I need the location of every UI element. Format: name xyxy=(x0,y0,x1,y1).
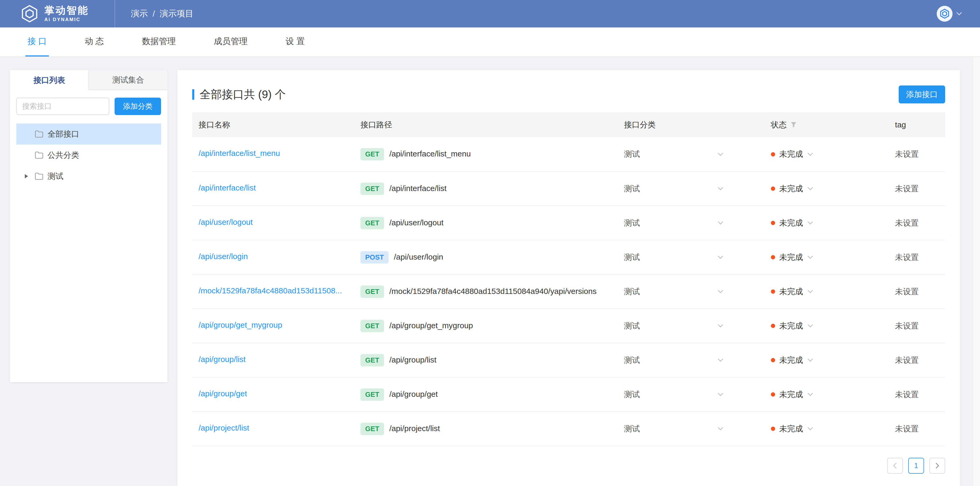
interface-name-link[interactable]: /api/user/logout xyxy=(199,218,253,227)
chevron-down-icon[interactable] xyxy=(718,427,723,430)
method-badge: GET xyxy=(360,354,384,367)
status-cell: 未完成 xyxy=(765,137,889,172)
col-interface-category: 接口分类 xyxy=(617,113,764,137)
brand-logo[interactable]: 掌动智能 Ai DYNAMIC xyxy=(0,0,115,27)
interface-name-link[interactable]: /mock/1529fa78fa4c4880ad153d11508... xyxy=(199,286,342,295)
filter-icon[interactable] xyxy=(791,122,797,128)
tree-item-all-interfaces[interactable]: 全部接口 xyxy=(16,124,161,145)
chevron-down-icon[interactable] xyxy=(807,358,813,362)
interface-name-link[interactable]: /api/project/list xyxy=(199,424,249,432)
status-dot xyxy=(771,358,775,362)
tab-test-collection[interactable]: 测试集合 xyxy=(88,70,167,90)
name-cell: /api/interface/list_menu xyxy=(192,137,354,172)
sidebar: 接口列表 测试集合 添加分类 全部接口 xyxy=(10,70,167,382)
tab-activity[interactable]: 动 态 xyxy=(83,27,106,56)
chevron-down-icon[interactable] xyxy=(718,221,723,225)
title-row: 全部接口共 (9) 个 添加接口 xyxy=(192,84,945,105)
chevron-down-icon[interactable] xyxy=(807,256,813,259)
avatar[interactable] xyxy=(937,6,953,22)
search-input[interactable] xyxy=(16,98,109,115)
add-category-button[interactable]: 添加分类 xyxy=(115,98,161,115)
tag-cell: 未设置 xyxy=(889,137,945,172)
path-cell: GET/api/group/get_mygroup xyxy=(354,309,617,343)
interface-path: /api/group/get_mygroup xyxy=(390,321,473,330)
title-accent-bar xyxy=(192,89,194,100)
status-cell: 未完成 xyxy=(765,309,889,343)
status-value: 未完成 xyxy=(780,252,803,263)
app: 掌动智能 Ai DYNAMIC 演示 / 演示项目 接 口 动 态 数据管理 xyxy=(0,0,980,486)
expand-caret-icon[interactable] xyxy=(22,174,30,179)
table-row: /api/interface/list_menu GET/api/interfa… xyxy=(192,137,945,172)
name-cell: /mock/1529fa78fa4c4880ad153d11508... xyxy=(192,275,354,309)
tag-value: 未设置 xyxy=(895,390,919,399)
status-dot xyxy=(771,221,775,225)
status-value: 未完成 xyxy=(780,321,803,331)
tab-member-management[interactable]: 成员管理 xyxy=(212,27,250,56)
tab-data-management[interactable]: 数据管理 xyxy=(140,27,178,56)
category-value: 测试 xyxy=(624,424,640,434)
interface-path: /api/group/get xyxy=(390,390,438,399)
tag-value: 未设置 xyxy=(895,424,919,433)
status-dot xyxy=(771,255,775,259)
interface-name-link[interactable]: /api/group/get xyxy=(199,389,247,398)
header-right xyxy=(937,6,980,22)
chevron-down-icon[interactable] xyxy=(718,290,723,294)
interface-name-link[interactable]: /api/interface/list_menu xyxy=(199,149,280,158)
category-cell: 测试 xyxy=(617,275,764,309)
category-value: 测试 xyxy=(624,321,640,331)
tab-interface-list[interactable]: 接口列表 xyxy=(10,70,88,90)
chevron-down-icon[interactable] xyxy=(807,324,813,328)
method-badge: POST xyxy=(360,251,389,264)
col-status-label: 状态 xyxy=(771,119,787,130)
interface-name-link[interactable]: /api/group/get_mygroup xyxy=(199,321,282,330)
chevron-down-icon[interactable] xyxy=(718,358,723,362)
chevron-down-icon[interactable] xyxy=(807,152,813,156)
tree-item-label: 测试 xyxy=(48,171,64,182)
category-value: 测试 xyxy=(624,218,640,229)
interface-path: /api/user/logout xyxy=(390,218,444,227)
breadcrumb-group-link[interactable]: 演示 xyxy=(131,8,148,19)
name-cell: /api/interface/list xyxy=(192,172,354,206)
brand-subtitle: Ai DYNAMIC xyxy=(45,17,89,22)
pagination-prev-button[interactable] xyxy=(887,458,903,473)
pagination-next-button[interactable] xyxy=(929,458,945,473)
interface-path: /api/group/list xyxy=(390,356,436,364)
tab-settings[interactable]: 设 置 xyxy=(283,27,307,56)
tab-interface[interactable]: 接 口 xyxy=(25,27,49,56)
chevron-down-icon[interactable] xyxy=(718,324,723,328)
tree-item-test-category[interactable]: 测试 xyxy=(16,166,161,187)
chevron-down-icon[interactable] xyxy=(807,392,813,396)
interface-path: /api/user/login xyxy=(394,253,443,261)
content-area: 接口列表 测试集合 添加分类 全部接口 xyxy=(0,57,980,486)
interface-name-link[interactable]: /api/interface/list xyxy=(199,183,256,192)
breadcrumb-project-link[interactable]: 演示项目 xyxy=(160,8,194,19)
add-interface-button[interactable]: 添加接口 xyxy=(899,86,945,103)
chevron-down-icon[interactable] xyxy=(718,392,723,396)
tree-item-public-category[interactable]: 公共分类 xyxy=(16,145,161,166)
interface-name-link[interactable]: /api/user/login xyxy=(199,252,248,261)
category-value: 测试 xyxy=(624,389,640,400)
table-row: /api/interface/list GET/api/interface/li… xyxy=(192,172,945,206)
folder-icon xyxy=(35,151,43,159)
chevron-down-icon[interactable] xyxy=(807,290,813,294)
method-badge: GET xyxy=(360,217,384,229)
interface-name-link[interactable]: /api/group/list xyxy=(199,355,245,364)
chevron-down-icon[interactable] xyxy=(718,256,723,259)
status-cell: 未完成 xyxy=(765,206,889,240)
status-cell: 未完成 xyxy=(765,172,889,206)
table-row: /mock/1529fa78fa4c4880ad153d11508... GET… xyxy=(192,275,945,309)
scrollbar[interactable] xyxy=(973,57,980,486)
pagination-page-1[interactable]: 1 xyxy=(908,458,924,473)
tag-value: 未设置 xyxy=(895,184,919,193)
chevron-down-icon[interactable] xyxy=(807,187,813,191)
chevron-down-icon[interactable] xyxy=(807,221,813,225)
chevron-down-icon[interactable] xyxy=(718,187,723,191)
folder-icon xyxy=(35,130,43,138)
interface-path: /api/project/list xyxy=(390,424,440,433)
tag-cell: 未设置 xyxy=(889,309,945,343)
path-cell: GET/api/group/list xyxy=(354,343,617,377)
col-interface-name: 接口名称 xyxy=(192,113,354,137)
chevron-down-icon[interactable] xyxy=(956,12,962,16)
chevron-down-icon[interactable] xyxy=(718,152,723,156)
chevron-down-icon[interactable] xyxy=(807,427,813,430)
